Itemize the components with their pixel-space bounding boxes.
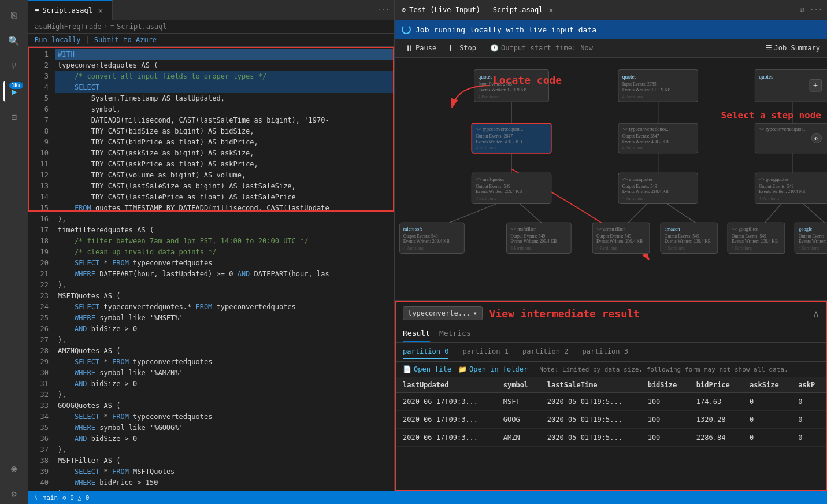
view-result-label: View intermediate result bbox=[489, 307, 640, 320]
account-icon[interactable]: ◉ bbox=[3, 458, 24, 479]
cell-lastSaleTime: 2020-05-01T19:5... bbox=[540, 429, 641, 447]
size-note: Note: Limited by data size, following fo… bbox=[539, 366, 788, 373]
cell-lastSaleTime: 2020-05-01T19:5... bbox=[540, 411, 641, 429]
svg-text:Input Events: 2785: Input Events: 2785 bbox=[478, 81, 512, 87]
job-summary-button[interactable]: ☰ Job Summary bbox=[766, 44, 820, 52]
svg-text:4 Partitions: 4 Partitions bbox=[510, 246, 531, 251]
svg-text:<> msftquotes: <> msftquotes bbox=[476, 176, 505, 182]
svg-text:Output Events: 549: Output Events: 549 bbox=[596, 234, 631, 239]
partition-1-tab[interactable]: partition_1 bbox=[462, 345, 508, 359]
tab-close-button[interactable]: ✕ bbox=[96, 6, 105, 15]
cell-askSize: 0 bbox=[743, 411, 791, 429]
breadcrumb-root[interactable]: asaHighFreqTrade bbox=[35, 23, 102, 31]
source-control-icon[interactable]: ⑂ bbox=[3, 55, 24, 76]
cell-askSize: 0 bbox=[743, 429, 791, 447]
svg-text:Output Events: 549: Output Events: 549 bbox=[510, 234, 545, 239]
pause-icon: ⏸ bbox=[405, 43, 413, 53]
settings-icon[interactable]: ⚙ bbox=[3, 483, 24, 504]
cell-askSize: 0 bbox=[743, 393, 791, 411]
partition-3-tab[interactable]: partition_3 bbox=[582, 345, 628, 359]
svg-text:<> amzn filter: <> amzn filter bbox=[596, 226, 625, 232]
collapse-results-button[interactable]: ∧ bbox=[813, 308, 819, 319]
live-tab-close[interactable]: ✕ bbox=[546, 5, 555, 14]
main-content: ≡ Script.asaql ✕ ··· asaHighFreqTrade › … bbox=[28, 0, 827, 504]
tab-metrics[interactable]: Metrics bbox=[439, 325, 471, 342]
svg-text:<> typeconvertedquot...: <> typeconvertedquot... bbox=[622, 126, 670, 132]
output-time-btn[interactable]: 🕐 Output start time: Now bbox=[487, 43, 596, 53]
split-view: ≡ Script.asaql ✕ ··· asaHighFreqTrade › … bbox=[28, 0, 827, 491]
col-bidSize: bidSize bbox=[641, 377, 689, 393]
tab-more-icon[interactable]: ··· bbox=[810, 6, 822, 14]
cell-bidPrice: 2286.84 bbox=[689, 429, 743, 447]
step-dropdown[interactable]: typeconverte... ▾ bbox=[403, 306, 483, 320]
code-editor[interactable]: 1234567891011121314151617181920212223242… bbox=[28, 47, 394, 491]
activity-bar: ⎘ 🔍 ⑂ ▶ 1K+ ⊞ ◉ ⚙ bbox=[0, 0, 28, 504]
cell-lastUpdated: 2020-06-17T09:3... bbox=[396, 411, 496, 429]
svg-text:Events Written: 209.4 KB: Events Written: 209.4 KB bbox=[476, 189, 522, 194]
tab-result[interactable]: Result bbox=[403, 325, 430, 342]
diagram-area[interactable]: Locate code Select a step node bbox=[395, 58, 827, 301]
cell-symbol: GOOG bbox=[496, 411, 540, 429]
open-folder-button[interactable]: 📁 Open in folder bbox=[458, 365, 528, 373]
svg-text:Input Events: 2785: Input Events: 2785 bbox=[622, 81, 657, 87]
svg-text:4 Partitions: 4 Partitions bbox=[622, 145, 643, 150]
run-badge: 1K+ bbox=[9, 82, 23, 89]
svg-text:4 Partitions: 4 Partitions bbox=[759, 196, 779, 201]
svg-text:Events Written: 209.4 KB: Events Written: 209.4 KB bbox=[596, 239, 643, 244]
svg-text:Events Written: 430.2 KB: Events Written: 430.2 KB bbox=[476, 139, 522, 144]
pause-button[interactable]: ⏸ Pause bbox=[402, 42, 440, 54]
svg-text:amazon: amazon bbox=[665, 226, 680, 232]
breadcrumb-file[interactable]: Script.asaql bbox=[117, 23, 167, 31]
dropdown-label: typeconverte... bbox=[408, 309, 470, 317]
run-locally-link[interactable]: Run locally bbox=[35, 36, 80, 44]
svg-text:4 Partitions: 4 Partitions bbox=[596, 246, 617, 251]
svg-text:Output Events: 549: Output Events: 549 bbox=[476, 184, 510, 189]
search-icon[interactable]: 🔍 bbox=[3, 30, 24, 51]
split-editor-icon[interactable]: ⧉ bbox=[800, 6, 805, 14]
svg-text:Events Written: 209.4 KB: Events Written: 209.4 KB bbox=[403, 239, 450, 244]
right-tab-bar: ⊙ Test (Live Input) - Script.asaql ✕ ⧉ ·… bbox=[395, 0, 827, 20]
table-row: 2020-06-17T09:3... AMZN 2020-05-01T19:5.… bbox=[396, 429, 826, 447]
extensions-icon[interactable]: ⊞ bbox=[3, 106, 24, 127]
stop-label: Stop bbox=[459, 44, 476, 52]
cell-bidPrice: 1320.28 bbox=[689, 411, 743, 429]
editor-panel: ≡ Script.asaql ✕ ··· asaHighFreqTrade › … bbox=[28, 0, 395, 491]
code-content[interactable]: WITHtypeconvertedquotes AS ( /* convert … bbox=[55, 47, 394, 491]
svg-text:Events Written: 430.2 KB: Events Written: 430.2 KB bbox=[622, 139, 669, 144]
live-tab-label: Test (Live Input) - Script.asaql bbox=[409, 6, 543, 14]
run-icon[interactable]: ▶ 1K+ bbox=[3, 81, 24, 102]
partition-2-tab[interactable]: partition_2 bbox=[522, 345, 568, 359]
cell-symbol: MSFT bbox=[496, 393, 540, 411]
col-lastUpdated: lastUpdated bbox=[396, 377, 496, 393]
open-file-button[interactable]: 📄 Open file bbox=[403, 365, 451, 373]
tab-icon: ≡ bbox=[35, 6, 39, 14]
stop-button[interactable]: Stop bbox=[447, 43, 480, 53]
tab-script[interactable]: ≡ Script.asaql ✕ bbox=[28, 0, 113, 20]
svg-text:4 Partitions: 4 Partitions bbox=[403, 246, 424, 251]
editor-tab-more[interactable]: ··· bbox=[372, 6, 394, 14]
svg-text:4 Partitions: 4 Partitions bbox=[799, 246, 819, 251]
open-folder-label: Open in folder bbox=[469, 365, 528, 373]
status-bar: ⑂ main ⊘ 0 △ 0 bbox=[28, 491, 827, 504]
partition-0-tab[interactable]: partition_0 bbox=[403, 345, 448, 359]
submit-azure-link[interactable]: Submit to Azure bbox=[94, 36, 157, 44]
editor-tab-bar: ≡ Script.asaql ✕ ··· bbox=[28, 0, 394, 20]
svg-text:Events Written: 209.4 KB: Events Written: 209.4 KB bbox=[799, 239, 827, 244]
cell-bidSize: 100 bbox=[641, 393, 689, 411]
output-time-label: Output start time: Now bbox=[501, 44, 593, 52]
tab-test-live[interactable]: ⊙ Test (Live Input) - Script.asaql ✕ bbox=[395, 0, 562, 20]
cell-askP: 0 bbox=[791, 393, 826, 411]
svg-line-9 bbox=[666, 203, 696, 223]
svg-text:◐: ◐ bbox=[815, 135, 818, 141]
right-tab-actions[interactable]: ⧉ ··· bbox=[795, 6, 827, 14]
job-spinner bbox=[402, 25, 411, 34]
files-icon[interactable]: ⎘ bbox=[3, 5, 24, 25]
svg-text:<> msftfilter: <> msftfilter bbox=[510, 226, 536, 232]
results-table: lastUpdated symbol lastSaleTime bidSize … bbox=[396, 377, 826, 447]
breadcrumb-icon: ≡ bbox=[110, 23, 114, 31]
col-lastSaleTime: lastSaleTime bbox=[540, 377, 641, 393]
summary-label: Job Summary bbox=[774, 44, 820, 52]
table-row: 2020-06-17T09:3... MSFT 2020-05-01T19:5.… bbox=[396, 393, 826, 411]
svg-text:microsoft: microsoft bbox=[403, 226, 422, 232]
svg-text:google: google bbox=[799, 226, 813, 232]
